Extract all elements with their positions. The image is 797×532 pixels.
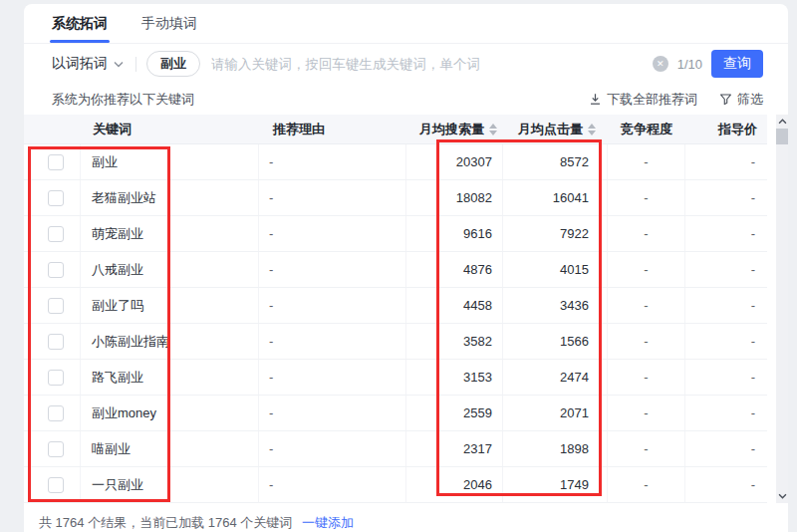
row-checkbox-cell: [24, 431, 81, 466]
table-row: 八戒副业 - 4876 4015 - -: [24, 252, 767, 288]
tab-bar: 系统拓词 手动填词: [24, 4, 788, 44]
filter-button[interactable]: 筛选: [719, 91, 763, 109]
monthly-click-cell: 1566: [503, 324, 608, 359]
guide-price-cell: -: [685, 467, 767, 502]
guide-price-cell: -: [685, 360, 767, 395]
expand-mode-label: 以词拓词: [52, 55, 108, 73]
monthly-search-cell: 4458: [406, 288, 503, 323]
sort-icon[interactable]: [588, 124, 596, 135]
guide-price-cell: -: [685, 144, 767, 179]
table-row: 小陈副业指南 - 3582 1566 - -: [24, 324, 767, 360]
keyword-cell: 萌宠副业: [81, 216, 259, 251]
keyword-cell: 副业money: [81, 396, 259, 430]
keyword-cell: 八戒副业: [81, 252, 259, 287]
row-checkbox[interactable]: [48, 370, 64, 386]
table-header: 关键词 推荐理由 月均搜索量 月均点击量 竞争程度 指导价: [24, 115, 767, 144]
monthly-click-cell: 7922: [503, 216, 608, 251]
competition-cell: -: [608, 252, 685, 287]
row-checkbox[interactable]: [48, 405, 64, 421]
table-row: 副业了吗 - 4458 3436 - -: [24, 288, 767, 324]
guide-price-cell: -: [685, 431, 767, 466]
monthly-search-cell: 2559: [406, 396, 503, 430]
keyword-cell: 路飞副业: [81, 360, 259, 395]
col-header-monthly-search[interactable]: 月均搜索量: [406, 115, 503, 143]
row-checkbox-cell: [24, 396, 81, 430]
reason-cell: -: [259, 180, 406, 215]
reason-cell: -: [259, 144, 406, 179]
competition-cell: -: [608, 144, 685, 179]
monthly-search-cell: 20307: [406, 144, 503, 179]
table-row: 萌宠副业 - 9616 7922 - -: [24, 216, 767, 252]
monthly-click-cell: 2474: [503, 360, 608, 395]
keyword-cell: 小陈副业指南: [81, 324, 259, 359]
competition-cell: -: [608, 180, 685, 215]
summary-text: 共 1764 个结果，当前已加载 1764 个关键词: [39, 515, 292, 530]
row-checkbox[interactable]: [48, 226, 64, 242]
reason-cell: -: [259, 216, 406, 251]
recommend-hint: 系统为你推荐以下关键词: [52, 91, 194, 109]
vertical-scrollbar[interactable]: [776, 115, 788, 503]
monthly-click-cell: 8572: [503, 144, 608, 179]
guide-price-cell: -: [685, 180, 767, 215]
sort-icon[interactable]: [489, 124, 497, 135]
filter-label: 筛选: [737, 91, 763, 109]
keyword-table: 关键词 推荐理由 月均搜索量 月均点击量 竞争程度 指导价 副业 - 20307…: [24, 115, 767, 503]
guide-price-cell: -: [685, 252, 767, 287]
col-header-monthly-click[interactable]: 月均点击量: [503, 115, 608, 143]
expand-mode-select[interactable]: 以词拓词: [52, 55, 124, 73]
monthly-search-cell: 3582: [406, 324, 503, 359]
table-row: 一只副业 - 2046 1749 - -: [24, 467, 767, 503]
row-checkbox[interactable]: [48, 190, 64, 206]
result-summary: 共 1764 个结果，当前已加载 1764 个关键词 一键添加: [24, 503, 788, 532]
guide-price-cell: -: [685, 324, 767, 359]
monthly-click-label: 月均点击量: [518, 121, 583, 138]
keyword-tool-panel: 系统拓词 手动填词 以词拓词 副业 ✕ 1/10 查询 系统为你推荐以下关键词: [24, 4, 788, 532]
toolbar-row: 系统为你推荐以下关键词 下载全部推荐词 筛选: [24, 84, 788, 115]
keyword-cell: 副业了吗: [81, 288, 259, 323]
funnel-icon: [719, 93, 732, 106]
reason-cell: -: [259, 431, 406, 466]
guide-price-cell: -: [685, 216, 767, 251]
table-body: 副业 - 20307 8572 - - 老猫副业站 - 18082 16041 …: [24, 144, 767, 503]
table-row: 老猫副业站 - 18082 16041 - -: [24, 180, 767, 216]
row-checkbox[interactable]: [48, 298, 64, 314]
download-all-button[interactable]: 下载全部推荐词: [589, 91, 697, 109]
row-checkbox-cell: [24, 360, 81, 395]
query-bar: 以词拓词 副业 ✕ 1/10 查询: [24, 44, 788, 84]
add-all-link[interactable]: 一键添加: [302, 515, 354, 530]
scroll-down-icon[interactable]: [778, 489, 787, 503]
monthly-search-cell: 9616: [406, 216, 503, 251]
keyword-input[interactable]: [209, 56, 653, 73]
tag-counter: 1/10: [677, 57, 702, 72]
scroll-up-icon[interactable]: [778, 115, 787, 129]
tab-system-expand[interactable]: 系统拓词: [52, 4, 108, 43]
row-checkbox[interactable]: [48, 154, 64, 170]
competition-cell: -: [608, 360, 685, 395]
monthly-click-cell: 4015: [503, 252, 608, 287]
row-checkbox-cell: [24, 216, 81, 251]
monthly-search-cell: 18082: [406, 180, 503, 215]
keyword-tag[interactable]: 副业: [146, 51, 200, 77]
row-checkbox-cell: [24, 144, 81, 179]
row-checkbox[interactable]: [48, 334, 64, 350]
tab-manual-fill[interactable]: 手动填词: [141, 4, 197, 43]
reason-cell: -: [259, 324, 406, 359]
row-checkbox[interactable]: [48, 477, 64, 493]
reason-cell: -: [259, 252, 406, 287]
download-all-label: 下载全部推荐词: [607, 91, 697, 109]
row-checkbox-cell: [24, 180, 81, 215]
row-checkbox[interactable]: [48, 441, 64, 457]
row-checkbox[interactable]: [48, 262, 64, 278]
table-row: 喵副业 - 2317 1898 - -: [24, 431, 767, 467]
close-circle-icon[interactable]: ✕: [653, 56, 668, 72]
guide-price-cell: -: [685, 396, 767, 430]
header-checkbox-cell: [24, 115, 81, 143]
row-checkbox-cell: [24, 467, 81, 502]
monthly-click-cell: 1749: [503, 467, 608, 502]
scrollbar-thumb[interactable]: [776, 129, 788, 144]
monthly-search-cell: 3153: [406, 360, 503, 395]
col-header-keyword: 关键词: [81, 115, 259, 143]
search-button[interactable]: 查询: [711, 50, 763, 78]
reason-cell: -: [259, 288, 406, 323]
col-header-reason: 推荐理由: [259, 115, 406, 143]
